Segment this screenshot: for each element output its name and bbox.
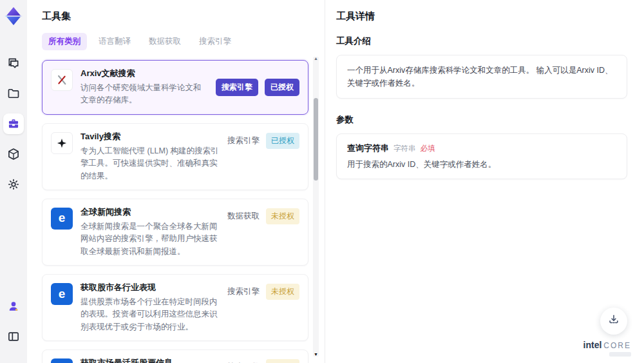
tool-name: 获取股市各行业表现 <box>80 282 220 293</box>
param-name: 查询字符串 <box>347 142 389 154</box>
tab-search-engine[interactable]: 搜索引擎 <box>193 33 238 50</box>
tool-card-tavily[interactable]: Tavily搜索 专为人工智能代理 (LLM) 构建的搜索引擎工具。可快速提供实… <box>42 123 308 190</box>
tool-name: Arxiv文献搜索 <box>80 68 208 79</box>
tool-details-panel: 工具详情 工具介绍 一个用于从Arxiv存储库搜索科学论文和文章的工具。 输入可… <box>325 0 644 363</box>
tool-card-most-active-stocks[interactable]: e 获取市场最活跃股票信息 提供当天交易量最高的股票列表。投资者可以利用这些信息… <box>42 349 308 363</box>
app-window: 工具集 所有类别 语言翻译 数据获取 搜索引擎 A <box>0 0 644 363</box>
intel-core-logo: intel CORE <box>583 340 631 357</box>
scroll-up-icon[interactable]: ▲ <box>313 56 319 61</box>
tool-category-label: 搜索引擎 <box>227 133 260 146</box>
param-required-flag: 必填 <box>421 144 435 153</box>
intel-wordmark: intel <box>583 340 602 350</box>
user-avatar-icon <box>7 300 20 313</box>
cube-icon <box>7 148 20 161</box>
download-icon <box>607 313 620 329</box>
tool-desc: 访问各个研究领域大量科学论文和文章的存储库。 <box>80 82 208 107</box>
chat-icon <box>7 57 20 70</box>
tool-name: 获取市场最活跃股票信息 <box>80 357 220 363</box>
auth-status-badge: 未授权 <box>266 284 299 300</box>
app-logo-icon <box>3 5 24 27</box>
download-button[interactable] <box>600 308 627 335</box>
param-type: 字符串 <box>393 144 416 153</box>
tool-category-label: 数据获取 <box>227 208 260 222</box>
tool-card-sector-performance[interactable]: e 获取股市各行业表现 提供股票市场各个行业在特定时间段内的表现。投资者可以利用… <box>42 274 308 341</box>
arxiv-logo-icon <box>51 69 73 91</box>
parameter-card: 查询字符串 字符串 必填 用于搜索的Arxiv ID、关键字或作者姓名。 <box>336 133 627 179</box>
sidebar-item-chat[interactable] <box>3 53 24 74</box>
tool-intro-text: 一个用于从Arxiv存储库搜索科学论文和文章的工具。 输入可以是Arxiv ID… <box>336 55 627 99</box>
tool-name: 全球新闻搜索 <box>80 206 220 218</box>
tab-all-categories[interactable]: 所有类别 <box>42 33 87 50</box>
tool-category-label: 搜索引擎 <box>227 284 260 297</box>
tab-translation[interactable]: 语言翻译 <box>92 33 137 50</box>
tool-desc: 全球新闻搜索是一个聚合全球各大新闻网站内容的搜索引擎，帮助用户快速获取全球最新资… <box>80 221 220 258</box>
tool-desc: 专为人工智能代理 (LLM) 构建的搜索引擎工具。可快速提供实时、准确和真实的结… <box>80 145 220 182</box>
stocks-logo-icon: e <box>51 283 73 305</box>
param-desc: 用于搜索的Arxiv ID、关键字或作者姓名。 <box>347 159 616 170</box>
panel-toggle-icon <box>7 330 20 343</box>
folder-icon <box>7 87 20 100</box>
sidebar-item-toolbox[interactable] <box>3 113 24 134</box>
params-heading: 参数 <box>336 114 627 126</box>
ultra-badge <box>609 352 631 357</box>
page-title: 工具集 <box>42 10 325 23</box>
stocks-logo-icon: e <box>51 358 73 363</box>
briefcase-icon <box>7 117 20 130</box>
scrollbar-thumb[interactable] <box>314 98 318 181</box>
sidebar-item-files[interactable] <box>3 83 24 104</box>
auth-status-badge: 未授权 <box>266 359 299 363</box>
tool-category-chip: 搜索引擎 <box>216 79 258 96</box>
tool-card-arxiv[interactable]: Arxiv文献搜索 访问各个研究领域大量科学论文和文章的存储库。 搜索引擎 已授… <box>42 60 308 115</box>
tab-data-fetch[interactable]: 数据获取 <box>142 33 187 50</box>
gear-icon <box>7 178 20 191</box>
details-title: 工具详情 <box>336 10 627 23</box>
sparkle-icon <box>51 132 73 154</box>
category-tabs: 所有类别 语言翻译 数据获取 搜索引擎 <box>42 33 325 50</box>
news-logo-icon: e <box>51 208 73 230</box>
list-scrollbar[interactable]: ▲ ▼ <box>313 57 319 357</box>
auth-status-badge: 未授权 <box>266 208 299 224</box>
left-rail <box>0 0 27 363</box>
sidebar-item-settings[interactable] <box>3 174 24 195</box>
tool-name: Tavily搜索 <box>80 131 220 142</box>
sidebar-item-collapse[interactable] <box>3 326 24 347</box>
sidebar-item-models[interactable] <box>3 144 24 164</box>
tool-desc: 提供股票市场各个行业在特定时间段内的表现。投资者可以利用这些信息来识别表现优于或… <box>80 296 220 333</box>
intro-heading: 工具介绍 <box>336 35 627 47</box>
scroll-down-icon[interactable]: ▼ <box>313 352 319 357</box>
sidebar-item-profile[interactable] <box>3 296 24 317</box>
tool-category-label: 搜索引擎 <box>227 359 260 363</box>
core-wordmark: CORE <box>603 342 631 350</box>
tool-card-list: Arxiv文献搜索 访问各个研究领域大量科学论文和文章的存储库。 搜索引擎 已授… <box>42 60 308 363</box>
tool-card-global-news[interactable]: e 全球新闻搜索 全球新闻搜索是一个聚合全球各大新闻网站内容的搜索引擎，帮助用户… <box>42 199 308 266</box>
auth-status-chip: 已授权 <box>265 79 299 96</box>
auth-status-badge: 已授权 <box>266 133 299 149</box>
tool-list-panel: 工具集 所有类别 语言翻译 数据获取 搜索引擎 A <box>27 0 325 363</box>
